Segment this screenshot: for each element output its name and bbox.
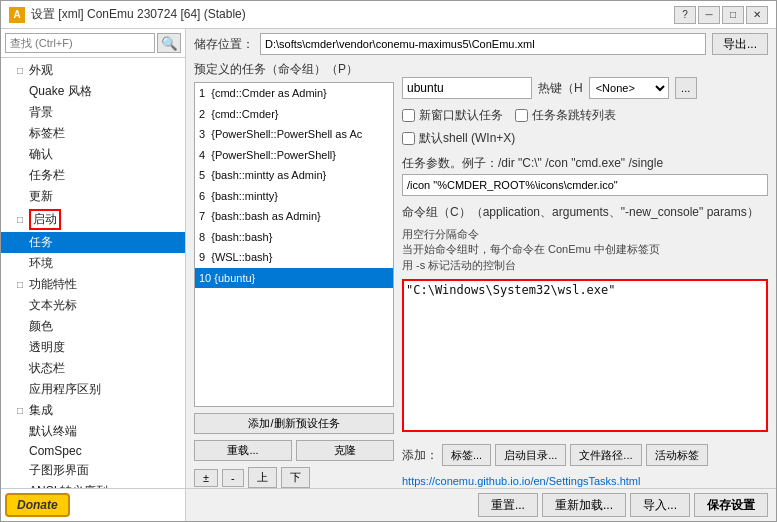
task-item-1[interactable]: 1 {cmd::Cmder as Admin} <box>195 83 393 104</box>
params-label: 任务参数。例子：/dir "C:\" /con "cmd.exe" /singl… <box>402 155 768 172</box>
search-button[interactable]: 🔍 <box>157 33 181 53</box>
tree-item-startup[interactable]: □ 启动 <box>1 207 185 232</box>
task-item-2[interactable]: 2 {cmd::Cmder} <box>195 104 393 125</box>
search-input[interactable] <box>5 33 155 53</box>
save-btn[interactable]: 保存设置 <box>694 493 768 517</box>
tree-item-background[interactable]: 背景 <box>1 102 185 123</box>
jump-table-label: 任务条跳转列表 <box>532 107 616 124</box>
maximize-btn[interactable]: □ <box>722 6 744 24</box>
tree-item-quake[interactable]: Quake 风格 <box>1 81 185 102</box>
tree-item-appdistinct[interactable]: 应用程序区别 <box>1 379 185 400</box>
default-shell-checkbox[interactable] <box>402 132 415 145</box>
reload-task-btn[interactable]: 重载... <box>194 440 292 461</box>
tree-item-statusbar[interactable]: 状态栏 <box>1 358 185 379</box>
tree-item-tasks[interactable]: 任务 <box>1 232 185 253</box>
tree-label: 任务栏 <box>29 167 65 184</box>
tree-label: 启动 <box>29 209 61 230</box>
task-item-7[interactable]: 7 {bash::bash as Admin} <box>195 206 393 227</box>
tree-label: 状态栏 <box>29 360 65 377</box>
params-section: 任务参数。例子：/dir "C:\" /con "cmd.exe" /singl… <box>402 155 768 196</box>
tree-item-textcursor[interactable]: 文本光标 <box>1 295 185 316</box>
minus-btn[interactable]: - <box>222 469 244 487</box>
tree-item-transparency[interactable]: 透明度 <box>1 337 185 358</box>
config-panel: 热键（H <None> ... 新窗口默认任务 <box>402 59 768 488</box>
add-label: 添加： <box>402 447 438 464</box>
command-area[interactable]: "C:\Windows\System32\wsl.exe" <box>402 279 768 432</box>
tree-label: 外观 <box>29 62 53 79</box>
task-list: 1 {cmd::Cmder as Admin} 2 {cmd::Cmder} 3… <box>194 82 394 407</box>
title-bar-left: A 设置 [xml] ConEmu 230724 [64] (Stable) <box>9 6 246 23</box>
combo-section: 命令组（C）（application、arguments、"-new_conso… <box>402 204 768 221</box>
combo-desc-2: 当开始命令组时，每个命令在 ConEmu 中创建标签页 <box>402 242 768 257</box>
tree-item-ansi[interactable]: ANSI 转义序列 <box>1 481 185 488</box>
jump-table-row: 任务条跳转列表 <box>515 107 616 124</box>
plus-btn[interactable]: ± <box>194 469 218 487</box>
expand-icon: □ <box>17 405 27 416</box>
hotkey-more-btn[interactable]: ... <box>675 77 697 99</box>
jump-table-checkbox[interactable] <box>515 109 528 122</box>
donate-button[interactable]: Donate <box>5 493 70 517</box>
window-title: 设置 [xml] ConEmu 230724 [64] (Stable) <box>31 6 246 23</box>
task-item-4[interactable]: 4 {PowerShell::PowerShell} <box>195 145 393 166</box>
default-shell-label: 默认shell (WIn+X) <box>419 130 515 147</box>
tree-item-environment[interactable]: 环境 <box>1 253 185 274</box>
tree-label: 透明度 <box>29 339 65 356</box>
filepath-btn[interactable]: 文件路径... <box>570 444 641 466</box>
tree-label: 任务 <box>29 234 53 251</box>
tree-item-tabbar[interactable]: 标签栏 <box>1 123 185 144</box>
name-hotkey-row: 热键（H <None> ... <box>402 77 768 99</box>
expand-icon: □ <box>17 65 27 76</box>
task-name-input[interactable] <box>402 77 532 99</box>
storage-path-input[interactable] <box>260 33 706 55</box>
search-bar: 🔍 <box>1 29 185 58</box>
tree-label: ComSpec <box>29 444 82 458</box>
task-item-9[interactable]: 9 {WSL::bash} <box>195 247 393 268</box>
hotkey-select[interactable]: <None> <box>589 77 669 99</box>
tree-label: 标签栏 <box>29 125 65 142</box>
tree-item-colors[interactable]: 颜色 <box>1 316 185 337</box>
left-panel: 🔍 □ 外观 Quake 风格 背景 标签栏 确认 <box>1 29 186 521</box>
new-window-checkbox[interactable] <box>402 109 415 122</box>
main-content: 🔍 □ 外观 Quake 风格 背景 标签栏 确认 <box>1 29 776 521</box>
task-item-6[interactable]: 6 {bash::mintty} <box>195 186 393 207</box>
combo-desc-1: 用空行分隔命令 <box>402 227 768 242</box>
add-task-btn[interactable]: 添加/删新预设任务 <box>194 413 394 434</box>
tree-item-defaultterm[interactable]: 默认终端 <box>1 421 185 442</box>
task-item-5[interactable]: 5 {bash::mintty as Admin} <box>195 165 393 186</box>
tree-item-update[interactable]: 更新 <box>1 186 185 207</box>
tree-item-comspec[interactable]: ComSpec <box>1 442 185 460</box>
tag-btn[interactable]: 标签... <box>442 444 491 466</box>
task-item-10[interactable]: 10 {ubuntu} <box>195 268 393 289</box>
reload-btn[interactable]: 重新加载... <box>542 493 626 517</box>
tree-item-subgraphics[interactable]: 子图形界面 <box>1 460 185 481</box>
new-window-label: 新窗口默认任务 <box>419 107 503 124</box>
params-input[interactable] <box>402 174 768 196</box>
down-btn[interactable]: 下 <box>281 467 310 488</box>
tree-item-appearance[interactable]: □ 外观 <box>1 60 185 81</box>
startup-dir-btn[interactable]: 启动目录... <box>495 444 566 466</box>
close-btn[interactable]: ✕ <box>746 6 768 24</box>
tree-label: 应用程序区别 <box>29 381 101 398</box>
tree-item-features[interactable]: □ 功能特性 <box>1 274 185 295</box>
task-item-8[interactable]: 8 {bash::bash} <box>195 227 393 248</box>
settings-tree: □ 外观 Quake 风格 背景 标签栏 确认 任务栏 <box>1 58 185 488</box>
tree-item-taskbar[interactable]: 任务栏 <box>1 165 185 186</box>
import-btn[interactable]: 导入... <box>630 493 690 517</box>
help-btn[interactable]: ? <box>674 6 696 24</box>
tree-item-confirm[interactable]: 确认 <box>1 144 185 165</box>
tree-label: 确认 <box>29 146 53 163</box>
help-link[interactable]: https://conemu.github.io.io/en/SettingsT… <box>402 475 640 487</box>
active-tag-btn[interactable]: 活动标签 <box>646 444 708 466</box>
footer-bar: 重置... 重新加载... 导入... 保存设置 <box>186 488 776 521</box>
task-item-3[interactable]: 3 {PowerShell::PowerShell as Ac <box>195 124 393 145</box>
right-panel: 储存位置： 导出... 预定义的任务（命令组）（P） 1 {cmd::Cmder… <box>186 29 776 521</box>
reset-btn[interactable]: 重置... <box>478 493 538 517</box>
new-window-row: 新窗口默认任务 <box>402 107 503 124</box>
up-btn[interactable]: 上 <box>248 467 277 488</box>
tree-item-integration[interactable]: □ 集成 <box>1 400 185 421</box>
tree-label: 更新 <box>29 188 53 205</box>
minimize-btn[interactable]: ─ <box>698 6 720 24</box>
export-button[interactable]: 导出... <box>712 33 768 55</box>
link-bar: https://conemu.github.io.io/en/SettingsT… <box>402 474 768 488</box>
clone-task-btn[interactable]: 克隆 <box>296 440 394 461</box>
